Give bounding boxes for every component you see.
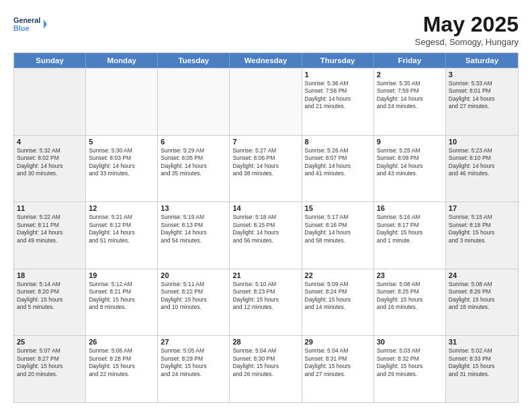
- day-info: Sunrise: 5:29 AM Sunset: 8:05 PM Dayligh…: [161, 147, 226, 178]
- page: General Blue May 2025 Segesd, Somogy, Hu…: [0, 0, 532, 411]
- day-info: Sunrise: 5:03 AM Sunset: 8:32 PM Dayligh…: [377, 347, 443, 378]
- day-number: 23: [377, 271, 443, 279]
- cal-cell-1-0: 4Sunrise: 5:32 AM Sunset: 8:02 PM Daylig…: [14, 136, 86, 202]
- svg-text:Blue: Blue: [13, 24, 29, 32]
- day-number: 25: [17, 338, 83, 346]
- month-title: May 2025: [415, 12, 519, 37]
- cal-cell-0-0: [14, 68, 86, 135]
- cal-cell-0-1: [86, 68, 158, 135]
- cal-cell-3-2: 20Sunrise: 5:11 AM Sunset: 8:22 PM Dayli…: [158, 269, 230, 336]
- calendar-header: SundayMondayTuesdayWednesdayThursdayFrid…: [14, 53, 518, 68]
- day-number: 19: [89, 271, 154, 279]
- cal-cell-3-1: 19Sunrise: 5:12 AM Sunset: 8:21 PM Dayli…: [86, 269, 158, 336]
- day-number: 20: [161, 271, 226, 279]
- day-info: Sunrise: 5:08 AM Sunset: 8:25 PM Dayligh…: [377, 281, 443, 312]
- day-info: Sunrise: 5:18 AM Sunset: 8:15 PM Dayligh…: [232, 214, 298, 244]
- day-info: Sunrise: 5:21 AM Sunset: 8:12 PM Dayligh…: [89, 214, 154, 244]
- day-info: Sunrise: 5:33 AM Sunset: 8:01 PM Dayligh…: [449, 80, 515, 111]
- day-number: 11: [17, 204, 83, 212]
- day-info: Sunrise: 5:36 AM Sunset: 7:58 PM Dayligh…: [305, 80, 371, 111]
- day-info: Sunrise: 5:25 AM Sunset: 8:08 PM Dayligh…: [377, 147, 443, 178]
- cal-cell-1-2: 6Sunrise: 5:29 AM Sunset: 8:05 PM Daylig…: [158, 136, 230, 202]
- cal-cell-3-5: 23Sunrise: 5:08 AM Sunset: 8:25 PM Dayli…: [374, 269, 446, 336]
- day-number: 10: [449, 138, 515, 146]
- day-info: Sunrise: 5:08 AM Sunset: 8:26 PM Dayligh…: [449, 281, 515, 312]
- day-number: 18: [17, 271, 83, 279]
- header-day-tuesday: Tuesday: [158, 53, 230, 68]
- svg-marker-2: [44, 19, 47, 28]
- cal-cell-4-1: 26Sunrise: 5:06 AM Sunset: 8:28 PM Dayli…: [86, 336, 158, 402]
- day-info: Sunrise: 5:07 AM Sunset: 8:27 PM Dayligh…: [17, 347, 83, 378]
- day-number: 2: [377, 71, 443, 79]
- day-info: Sunrise: 5:26 AM Sunset: 8:07 PM Dayligh…: [305, 147, 371, 178]
- cal-cell-4-2: 27Sunrise: 5:05 AM Sunset: 8:29 PM Dayli…: [158, 336, 230, 402]
- day-number: 6: [161, 138, 226, 146]
- week-row-4: 18Sunrise: 5:14 AM Sunset: 8:20 PM Dayli…: [14, 269, 518, 336]
- title-block: May 2025 Segesd, Somogy, Hungary: [415, 12, 519, 47]
- day-number: 13: [161, 204, 226, 212]
- day-number: 12: [89, 204, 154, 212]
- day-info: Sunrise: 5:04 AM Sunset: 8:31 PM Dayligh…: [305, 347, 371, 378]
- day-info: Sunrise: 5:06 AM Sunset: 8:28 PM Dayligh…: [89, 347, 154, 378]
- cal-cell-2-2: 13Sunrise: 5:19 AM Sunset: 8:13 PM Dayli…: [158, 202, 230, 269]
- cal-cell-4-3: 28Sunrise: 5:04 AM Sunset: 8:30 PM Dayli…: [230, 336, 302, 402]
- cal-cell-2-3: 14Sunrise: 5:18 AM Sunset: 8:15 PM Dayli…: [230, 202, 302, 269]
- cal-cell-1-5: 9Sunrise: 5:25 AM Sunset: 8:08 PM Daylig…: [374, 136, 446, 202]
- day-number: 30: [377, 338, 443, 346]
- day-info: Sunrise: 5:02 AM Sunset: 8:33 PM Dayligh…: [449, 347, 515, 378]
- day-info: Sunrise: 5:19 AM Sunset: 8:13 PM Dayligh…: [161, 214, 226, 244]
- header-day-monday: Monday: [86, 53, 158, 68]
- day-number: 31: [449, 338, 515, 346]
- day-number: 5: [89, 138, 154, 146]
- day-number: 26: [89, 338, 154, 346]
- week-row-2: 4Sunrise: 5:32 AM Sunset: 8:02 PM Daylig…: [14, 135, 518, 202]
- cal-cell-4-0: 25Sunrise: 5:07 AM Sunset: 8:27 PM Dayli…: [14, 336, 86, 402]
- day-info: Sunrise: 5:14 AM Sunset: 8:20 PM Dayligh…: [17, 281, 83, 312]
- day-info: Sunrise: 5:10 AM Sunset: 8:23 PM Dayligh…: [232, 281, 298, 312]
- cal-cell-4-5: 30Sunrise: 5:03 AM Sunset: 8:32 PM Dayli…: [374, 336, 446, 402]
- cal-cell-1-4: 8Sunrise: 5:26 AM Sunset: 8:07 PM Daylig…: [302, 136, 374, 202]
- cal-cell-1-6: 10Sunrise: 5:23 AM Sunset: 8:10 PM Dayli…: [446, 136, 518, 202]
- logo-svg: General Blue: [13, 12, 47, 36]
- day-info: Sunrise: 5:23 AM Sunset: 8:10 PM Dayligh…: [449, 147, 515, 178]
- day-number: 14: [232, 204, 298, 212]
- day-number: 1: [305, 71, 371, 79]
- header-day-thursday: Thursday: [302, 53, 374, 68]
- calendar-body: 1Sunrise: 5:36 AM Sunset: 7:58 PM Daylig…: [14, 68, 518, 402]
- day-number: 7: [232, 138, 298, 146]
- day-info: Sunrise: 5:11 AM Sunset: 8:22 PM Dayligh…: [161, 281, 226, 312]
- day-info: Sunrise: 5:05 AM Sunset: 8:29 PM Dayligh…: [161, 347, 226, 378]
- cal-cell-2-6: 17Sunrise: 5:15 AM Sunset: 8:18 PM Dayli…: [446, 202, 518, 269]
- cal-cell-3-6: 24Sunrise: 5:08 AM Sunset: 8:26 PM Dayli…: [446, 269, 518, 336]
- svg-text:General: General: [13, 16, 40, 24]
- day-info: Sunrise: 5:12 AM Sunset: 8:21 PM Dayligh…: [89, 281, 154, 312]
- cal-cell-0-2: [158, 68, 230, 135]
- week-row-5: 25Sunrise: 5:07 AM Sunset: 8:27 PM Dayli…: [14, 335, 518, 402]
- cal-cell-2-5: 16Sunrise: 5:16 AM Sunset: 8:17 PM Dayli…: [374, 202, 446, 269]
- cal-cell-3-4: 22Sunrise: 5:09 AM Sunset: 8:24 PM Dayli…: [302, 269, 374, 336]
- day-info: Sunrise: 5:15 AM Sunset: 8:18 PM Dayligh…: [449, 214, 515, 244]
- day-info: Sunrise: 5:35 AM Sunset: 7:59 PM Dayligh…: [377, 80, 443, 111]
- cal-cell-2-0: 11Sunrise: 5:22 AM Sunset: 8:11 PM Dayli…: [14, 202, 86, 269]
- cal-cell-3-3: 21Sunrise: 5:10 AM Sunset: 8:23 PM Dayli…: [230, 269, 302, 336]
- cal-cell-1-1: 5Sunrise: 5:30 AM Sunset: 8:03 PM Daylig…: [86, 136, 158, 202]
- cal-cell-2-4: 15Sunrise: 5:17 AM Sunset: 8:16 PM Dayli…: [302, 202, 374, 269]
- cal-cell-2-1: 12Sunrise: 5:21 AM Sunset: 8:12 PM Dayli…: [86, 202, 158, 269]
- week-row-3: 11Sunrise: 5:22 AM Sunset: 8:11 PM Dayli…: [14, 201, 518, 269]
- day-info: Sunrise: 5:32 AM Sunset: 8:02 PM Dayligh…: [17, 147, 83, 178]
- cal-cell-0-6: 3Sunrise: 5:33 AM Sunset: 8:01 PM Daylig…: [446, 68, 518, 135]
- cal-cell-3-0: 18Sunrise: 5:14 AM Sunset: 8:20 PM Dayli…: [14, 269, 86, 336]
- location: Segesd, Somogy, Hungary: [415, 37, 519, 47]
- day-number: 4: [17, 138, 83, 146]
- day-number: 8: [305, 138, 371, 146]
- day-number: 15: [305, 204, 371, 212]
- day-info: Sunrise: 5:09 AM Sunset: 8:24 PM Dayligh…: [305, 281, 371, 312]
- cal-cell-0-3: [230, 68, 302, 135]
- day-number: 9: [377, 138, 443, 146]
- day-number: 17: [449, 204, 515, 212]
- day-number: 29: [305, 338, 371, 346]
- day-number: 28: [232, 338, 298, 346]
- cal-cell-4-4: 29Sunrise: 5:04 AM Sunset: 8:31 PM Dayli…: [302, 336, 374, 402]
- day-number: 24: [449, 271, 515, 279]
- day-number: 16: [377, 204, 443, 212]
